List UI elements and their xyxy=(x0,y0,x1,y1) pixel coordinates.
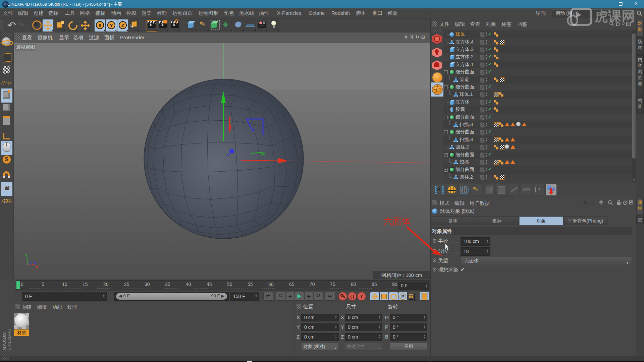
svg-text:X: X xyxy=(36,264,39,269)
svg-text:Y: Y xyxy=(25,253,28,258)
svg-text:Z: Z xyxy=(30,262,32,266)
